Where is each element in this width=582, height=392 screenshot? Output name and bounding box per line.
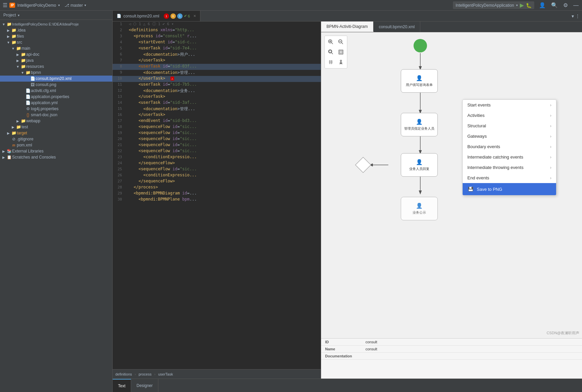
tree-item-smart-doc[interactable]: {} smart-doc.json [0, 112, 112, 118]
tree-item-api-doc[interactable]: ▶ 📁 api-doc [0, 51, 112, 57]
prop-value-id[interactable]: consult [365, 340, 377, 344]
menu-item-start-events[interactable]: Start events › [463, 100, 556, 110]
tree-item-target[interactable]: ▶ 📁 target [0, 130, 112, 136]
settings-icon[interactable]: ⚙ [562, 1, 569, 9]
tree-item-consult-xml[interactable]: 📄 consult.bpmn20.xml [0, 76, 112, 82]
tree-item-java[interactable]: ▶ 📁 java [0, 57, 112, 63]
line-number: 15 [113, 106, 125, 111]
hamburger-menu-icon[interactable]: ☰ [3, 2, 7, 8]
run-button[interactable]: ▶ [520, 2, 524, 8]
bpmn-start-event[interactable] [414, 39, 427, 52]
tree-item-root[interactable]: ▼ 📁 IntelligentPolicyDemo E:\IDEA\IdeaPr… [0, 21, 112, 27]
line-content: <sequenceFlow id="sic... [127, 148, 321, 153]
line-content: <userTask id="sid-7e4... [127, 46, 321, 50]
debug-button[interactable]: 🐛 [526, 3, 532, 8]
tab-text[interactable]: Text [113, 379, 131, 392]
breadcrumb-item-definitions[interactable]: definitions [115, 372, 132, 376]
bpmn-task-2[interactable]: 👤 管理员指定业务人员 [401, 113, 438, 136]
tree-arrow: ▼ [20, 71, 25, 75]
line-number: 19 [113, 130, 125, 135]
zoom-selection-tool[interactable] [326, 47, 336, 57]
tree-item-idea[interactable]: ▶ 📁 .idea [0, 27, 112, 33]
tree-item-webapp[interactable]: ▶ 📁 webapp [0, 118, 112, 124]
tab-dropdown-icon[interactable]: ▾ [572, 13, 574, 19]
tab-menu-icon[interactable]: ⋮ [575, 13, 580, 19]
tree-item-external-libs[interactable]: ▶ 📚 External Libraries [0, 148, 112, 154]
tree-arrow: ▼ [6, 41, 11, 44]
menu-arrow-icon: › [550, 155, 551, 160]
maven-file-icon: m [11, 143, 17, 147]
code-line: 5 <userTask id="sid-7e4... [113, 46, 321, 52]
tab-consult-xml[interactable]: 📄 consult.bpmn20.xml 1 6 1 ✔ 6 ✕ [113, 11, 200, 21]
code-line: 3 <process id="consult" r... [113, 34, 321, 40]
prop-key-doc: Documentation [325, 354, 365, 358]
tree-item-test[interactable]: ▶ 📁 test [0, 124, 112, 130]
tree-item-app-props[interactable]: 📄 application.properties [0, 94, 112, 100]
bpmn-gateway[interactable] [355, 157, 372, 173]
diagram-tab-bar: BPMN-Activiti-Diagram consult.bpmn20.xml [321, 21, 582, 32]
tree-item-bpmn[interactable]: ▼ 📁 bpmn [0, 70, 112, 76]
prop-key-id: ID [325, 340, 365, 344]
menu-label-boundary-events: Boundary events [467, 144, 550, 149]
sidebar-header: Project ▾ [0, 11, 112, 20]
code-line: 12 <documentation>业务... [113, 88, 321, 94]
tree-label: webapp [26, 119, 40, 123]
menu-item-structural[interactable]: Structural › [463, 121, 556, 131]
tree-item-pom[interactable]: m pom.xml [0, 142, 112, 148]
tree-item-resources[interactable]: ▼ 📁 resources [0, 63, 112, 70]
zoom-out-tool[interactable] [336, 37, 346, 47]
tab-bpmn-activiti[interactable]: BPMN-Activiti-Diagram [321, 21, 374, 32]
tab-consult-xml-diagram[interactable]: consult.bpmn20.xml [374, 21, 421, 32]
gitignore-icon: ⊘ [11, 137, 17, 141]
save-png-icon [467, 186, 474, 192]
branch-dropdown-icon[interactable]: ▾ [84, 3, 86, 7]
tree-item-files[interactable]: ▶ 📁 files [0, 33, 112, 39]
tree-item-app-yml[interactable]: 📄 application.yml [0, 100, 112, 106]
breadcrumb-item-process[interactable]: process [139, 372, 152, 376]
menu-item-intermediate-catching[interactable]: Intermediate catching events › [463, 152, 556, 162]
folder-icon: 📁 [20, 119, 26, 123]
minimize-icon[interactable]: — [573, 2, 579, 9]
xml-file-icon: 📄 [30, 76, 36, 81]
line-number: 1 [113, 21, 125, 26]
tab-close-icon[interactable]: ✕ [193, 14, 196, 18]
code-editor[interactable]: 1 ◁ ⬡ 1 △ 6 ⓘ 1 ✔ 6 ▾ 2 <definitions xml… [113, 21, 321, 369]
tab-designer[interactable]: Designer [131, 379, 158, 392]
brand-logo: IP [9, 3, 15, 8]
tree-item-activiti-cfg[interactable]: 📄 activiti.cfg.xml [0, 88, 112, 94]
tree-item-gitignore[interactable]: ⊘ .gitignore [0, 136, 112, 142]
tree-item-scratches[interactable]: ▶ 📋 Scratches and Consoles [0, 154, 112, 160]
menu-item-save-png[interactable]: Save to PNG [463, 183, 556, 195]
bpmn-task-3[interactable]: 👤 业务人员回复 [401, 153, 438, 177]
prop-value-name[interactable]: consult [365, 347, 377, 351]
breadcrumb-item-usertask[interactable]: userTask [158, 372, 173, 376]
tree-item-main[interactable]: ▼ 📁 main [0, 45, 112, 51]
tree-label: pom.xml [17, 143, 32, 147]
grid-tool[interactable] [326, 57, 336, 67]
sidebar-collapse-icon[interactable]: ▾ [18, 13, 20, 17]
code-line: 25 <sequenceFlow id="sic... [113, 167, 321, 173]
bpmn-task-4[interactable]: 👤 业务公示 [401, 197, 438, 220]
tree-arrow: ▶ [6, 29, 11, 32]
project-dropdown-icon[interactable]: ▾ [58, 3, 60, 7]
profile-icon[interactable]: 👤 [538, 1, 546, 9]
bpmn-task-1[interactable]: 👤 用户填写咨询表单 [401, 69, 438, 93]
tree-item-src[interactable]: ▼ 📁 src [0, 39, 112, 45]
fit-view-tool[interactable] [336, 47, 346, 57]
line-content: <conditionExpressio... [127, 173, 321, 177]
menu-item-boundary-events[interactable]: Boundary events › [463, 141, 556, 152]
menu-item-gateways[interactable]: Gateways › [463, 131, 556, 141]
anchor-tool[interactable] [336, 57, 346, 67]
search-icon[interactable]: 🔍 [550, 1, 558, 9]
line-content: <documentation>业务... [127, 88, 321, 94]
menu-item-intermediate-throwing[interactable]: Intermediate throwing events › [463, 162, 556, 173]
tree-label: .gitignore [17, 137, 33, 141]
tree-item-consult-png[interactable]: 🖼 consult.png [0, 82, 112, 88]
menu-item-activities[interactable]: Activities › [463, 110, 556, 121]
menu-arrow-icon: › [550, 144, 551, 149]
tree-item-log4j[interactable]: ⚙ log4j.properties [0, 106, 112, 112]
diagram-canvas[interactable]: 👤 用户填写咨询表单 👤 管理员指定业务人员 [321, 32, 582, 338]
run-config-dropdown-icon[interactable]: ▾ [516, 3, 518, 7]
zoom-in-tool[interactable] [326, 37, 336, 47]
menu-item-end-events[interactable]: End events › [463, 173, 556, 183]
